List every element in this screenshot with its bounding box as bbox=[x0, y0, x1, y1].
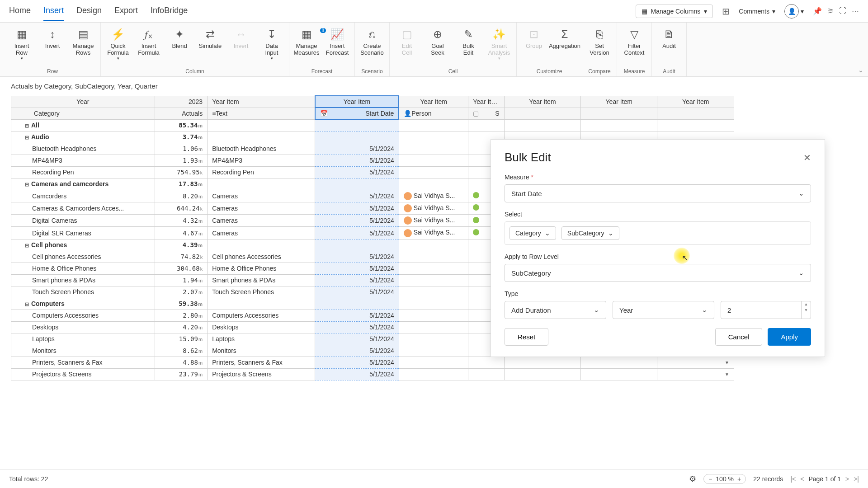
header-year[interactable]: Year bbox=[11, 96, 155, 108]
ribbon-insert-row[interactable]: ▦InsertRow▾ bbox=[8, 26, 35, 62]
cell-text[interactable]: Laptops bbox=[208, 333, 315, 345]
cell-person[interactable] bbox=[399, 321, 468, 333]
cell-person[interactable] bbox=[399, 274, 468, 286]
menu-tab-insert[interactable]: Insert bbox=[43, 1, 64, 21]
cancel-button[interactable]: Cancel bbox=[715, 328, 763, 346]
table-row[interactable]: ⊟All85.34m bbox=[11, 119, 734, 131]
reset-button[interactable]: Reset bbox=[505, 328, 548, 346]
cell-category[interactable]: Touch Screen Phones bbox=[11, 286, 155, 298]
num-input[interactable]: 2 bbox=[721, 301, 802, 319]
ribbon-invert[interactable]: ↕Invert bbox=[39, 26, 66, 62]
cell-text[interactable] bbox=[208, 131, 315, 143]
header-year-item[interactable]: Year Item bbox=[468, 96, 504, 108]
cell-text[interactable]: Touch Screen Phones bbox=[208, 286, 315, 298]
cell-actuals[interactable]: 754.95k bbox=[155, 166, 207, 178]
cell-person[interactable] bbox=[399, 286, 468, 298]
cell-text[interactable]: Bluetooth Headphones bbox=[208, 143, 315, 155]
cell-category[interactable]: Home & Office Phones bbox=[11, 263, 155, 274]
cell-start-date[interactable]: 5/1/2024 bbox=[315, 227, 399, 239]
cell-start-date[interactable]: 5/1/2024 bbox=[315, 166, 399, 178]
cell-start-date[interactable]: 5/1/2024 bbox=[315, 321, 399, 333]
expand-icon[interactable]: ⊟ bbox=[25, 182, 31, 188]
cell-actuals[interactable]: 4.20m bbox=[155, 321, 207, 333]
cell-empty[interactable] bbox=[581, 119, 657, 131]
cell-start-date[interactable] bbox=[315, 178, 399, 190]
cell-start-date[interactable]: 5/1/2024 bbox=[315, 143, 399, 155]
measure-select[interactable]: Start Date ⌄ bbox=[505, 184, 811, 202]
comments-button[interactable]: Comments ▾ bbox=[739, 8, 775, 15]
menu-tab-home[interactable]: Home bbox=[9, 1, 31, 21]
cell-actuals[interactable]: 304.68k bbox=[155, 263, 207, 274]
cell-actuals[interactable]: 85.34m bbox=[155, 119, 207, 131]
cell-category[interactable]: Printers, Scanners & Fax bbox=[11, 357, 155, 368]
cell-actuals[interactable]: 74.82k bbox=[155, 251, 207, 263]
cell-status[interactable] bbox=[468, 368, 504, 380]
cell-person[interactable] bbox=[399, 119, 468, 131]
expand-icon[interactable]: ⊟ bbox=[25, 123, 31, 129]
ribbon-insert-forecast[interactable]: 📈InsertForecast bbox=[324, 26, 351, 58]
cell-person[interactable]: Sai Vidhya S... bbox=[399, 190, 468, 202]
header-year-item[interactable]: Year Item bbox=[657, 96, 734, 108]
ribbon-collapse-icon[interactable]: ⌄ bbox=[858, 66, 863, 74]
table-row[interactable]: Projectors & Screens23.79mProjectors & S… bbox=[11, 368, 734, 380]
cell-person[interactable]: Sai Vidhya S... bbox=[399, 227, 468, 239]
cell-empty[interactable]: ▼ bbox=[657, 357, 734, 368]
cell-category[interactable]: Computers Accessories bbox=[11, 310, 155, 321]
cell-category[interactable]: Smart phones & PDAs bbox=[11, 274, 155, 286]
cell-start-date[interactable]: 5/1/2024 bbox=[315, 274, 399, 286]
cell-actuals[interactable]: 23.79m bbox=[155, 368, 207, 380]
cell-person[interactable]: Sai Vidhya S... bbox=[399, 215, 468, 227]
cell-person[interactable] bbox=[399, 251, 468, 263]
chevron-down-icon[interactable]: ▾ bbox=[801, 8, 804, 15]
cell-category[interactable]: ⊟Audio bbox=[11, 131, 155, 143]
settings-icon[interactable]: ⚙ bbox=[689, 474, 696, 484]
cell-person[interactable] bbox=[399, 263, 468, 274]
cell-actuals[interactable]: 59.38m bbox=[155, 298, 207, 310]
user-avatar[interactable]: 👤 bbox=[784, 4, 799, 19]
unit-select[interactable]: Year ⌄ bbox=[613, 301, 714, 319]
header-year-item[interactable]: Year Item bbox=[399, 96, 468, 108]
cell-start-date[interactable]: 5/1/2024 bbox=[315, 155, 399, 166]
cell-person[interactable] bbox=[399, 131, 468, 143]
cell-text[interactable]: Smart phones & PDAs bbox=[208, 274, 315, 286]
type-select[interactable]: Add Duration ⌄ bbox=[505, 301, 606, 319]
page-first-icon[interactable]: |< bbox=[790, 475, 796, 483]
cell-category[interactable]: Projectors & Screens bbox=[11, 368, 155, 380]
ribbon-goal-seek[interactable]: ⊕GoalSeek bbox=[424, 26, 451, 62]
expand-icon[interactable]: ⊟ bbox=[25, 301, 31, 307]
cell-person[interactable]: Sai Vidhya S... bbox=[399, 202, 468, 214]
cell-category[interactable]: Camcorders bbox=[11, 190, 155, 202]
ribbon-audit[interactable]: 🗎Audit bbox=[656, 26, 683, 51]
spinner-down-icon[interactable]: ▼ bbox=[802, 307, 811, 313]
cell-category[interactable]: Laptops bbox=[11, 333, 155, 345]
cell-category[interactable]: ⊟Cell phones bbox=[11, 239, 155, 251]
cell-person[interactable] bbox=[399, 345, 468, 357]
expand-icon[interactable]: ⛶ bbox=[839, 7, 846, 15]
cell-start-date[interactable]: 5/1/2024 bbox=[315, 215, 399, 227]
cell-person[interactable] bbox=[399, 155, 468, 166]
header-year-item[interactable]: Year Item bbox=[208, 96, 315, 108]
page-prev-icon[interactable]: < bbox=[800, 475, 804, 483]
cell-category[interactable]: ⊟All bbox=[11, 119, 155, 131]
spinner-up-icon[interactable]: ▲ bbox=[802, 301, 811, 307]
zoom-out-icon[interactable]: − bbox=[708, 475, 712, 483]
subheader-category[interactable]: Category bbox=[11, 108, 155, 119]
ribbon-data-input[interactable]: ↧DataInput▾ bbox=[258, 26, 285, 62]
menu-tab-export[interactable]: Export bbox=[114, 1, 138, 21]
cell-text[interactable] bbox=[208, 178, 315, 190]
cell-text[interactable]: Projectors & Screens bbox=[208, 368, 315, 380]
cell-actuals[interactable]: 8.62m bbox=[155, 345, 207, 357]
cell-actuals[interactable]: 15.09m bbox=[155, 333, 207, 345]
cell-start-date[interactable]: 5/1/2024 bbox=[315, 310, 399, 321]
menu-tab-design[interactable]: Design bbox=[76, 1, 102, 21]
cell-start-date[interactable]: 5/1/2024 bbox=[315, 190, 399, 202]
cell-person[interactable] bbox=[399, 178, 468, 190]
ribbon-filter-context[interactable]: ▽FilterContext bbox=[621, 26, 648, 58]
cell-text[interactable]: Cameras bbox=[208, 215, 315, 227]
subheader-person[interactable]: 👤Person bbox=[399, 108, 468, 119]
cell-actuals[interactable]: 4.39m bbox=[155, 239, 207, 251]
cell-text[interactable]: MP4&MP3 bbox=[208, 155, 315, 166]
subheader-start-date[interactable]: 📅Start Date bbox=[315, 108, 399, 119]
cell-empty[interactable]: ▼ bbox=[657, 368, 734, 380]
cell-actuals[interactable]: 3.74m bbox=[155, 131, 207, 143]
